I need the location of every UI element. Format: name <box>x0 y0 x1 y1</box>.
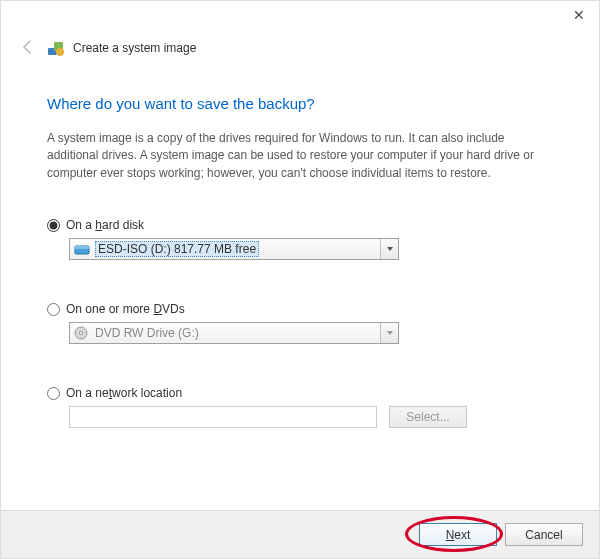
content-area: Where do you want to save the backup? A … <box>1 57 599 428</box>
dropdown-dvd-value: DVD RW Drive (G:) <box>95 326 199 340</box>
page-heading: Where do you want to save the backup? <box>47 95 567 112</box>
disc-icon <box>74 326 90 340</box>
select-button: Select... <box>389 406 467 428</box>
titlebar: ✕ <box>1 1 599 31</box>
system-image-icon <box>47 39 65 57</box>
dropdown-dvd[interactable]: DVD RW Drive (G:) <box>69 322 399 344</box>
header: Create a system image <box>1 31 599 57</box>
label-dvd[interactable]: On one or more DVDs <box>66 302 185 316</box>
drive-icon <box>74 242 90 256</box>
svg-point-6 <box>79 332 82 335</box>
dropdown-hard-disk[interactable]: ESD-ISO (D:) 817.77 MB free <box>69 238 399 260</box>
footer: Next Cancel <box>1 510 599 558</box>
label-network[interactable]: On a network location <box>66 386 182 400</box>
cancel-button[interactable]: Cancel <box>505 523 583 546</box>
svg-rect-4 <box>75 246 89 249</box>
dropdown-hard-disk-value: ESD-ISO (D:) 817.77 MB free <box>95 241 259 257</box>
label-hard-disk[interactable]: On a hard disk <box>66 218 144 232</box>
network-path-input[interactable] <box>69 406 377 428</box>
window-title: Create a system image <box>73 41 196 55</box>
option-network: On a network location Select... <box>47 386 567 428</box>
option-dvd: On one or more DVDs DVD RW Drive (G:) <box>47 302 567 344</box>
svg-point-2 <box>56 48 64 56</box>
chevron-down-icon[interactable] <box>380 323 398 343</box>
radio-dvd[interactable] <box>47 303 60 316</box>
radio-hard-disk[interactable] <box>47 219 60 232</box>
option-hard-disk: On a hard disk ESD-ISO (D:) 817.77 MB fr… <box>47 218 567 260</box>
radio-network[interactable] <box>47 387 60 400</box>
wizard-window: ✕ Create a system image Where do you wan… <box>0 0 600 559</box>
page-description: A system image is a copy of the drives r… <box>47 130 567 182</box>
back-arrow-icon[interactable] <box>19 38 37 56</box>
next-button[interactable]: Next <box>419 523 497 546</box>
close-icon[interactable]: ✕ <box>573 7 585 23</box>
chevron-down-icon[interactable] <box>380 239 398 259</box>
